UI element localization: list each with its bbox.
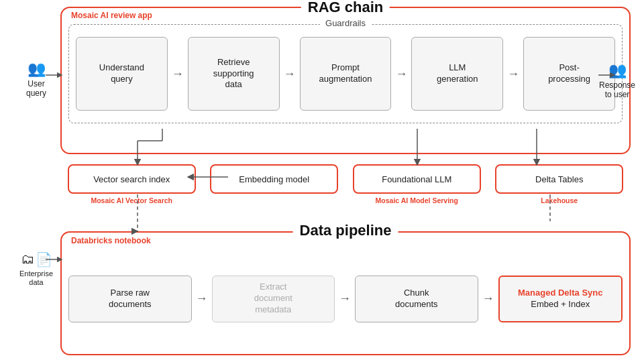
foundational-llm-box: Foundational LLM bbox=[353, 164, 481, 194]
pipeline-arrow-2: → bbox=[339, 292, 351, 306]
managed-delta-sub: Embed + Index bbox=[531, 299, 590, 309]
bottom-components-row: Vector search index Mosaic AI Vector Sea… bbox=[60, 164, 631, 204]
user-icon: 👥 bbox=[28, 60, 46, 78]
delta-tables-item: Delta Tables Lakehouse bbox=[488, 164, 631, 204]
response-user: 👥 Responseto user bbox=[593, 62, 641, 100]
main-diagram: 👥 Userquery RAG chain Mosaic AI review a… bbox=[0, 0, 644, 362]
user-query-label: Userquery bbox=[26, 79, 46, 99]
enterprise-label: Enterprisedata bbox=[19, 269, 53, 287]
data-pipeline-section: 🗂 📄 Enterprisedata Data pipeline Databri… bbox=[13, 231, 631, 355]
enterprise-icons: 🗂 📄 bbox=[21, 251, 52, 267]
mosaic-ai-review-label: Mosaic AI review app bbox=[71, 11, 152, 20]
parse-raw-box: Parse rawdocuments bbox=[68, 276, 192, 322]
foundational-llm-sublabel: Mosaic AI Model Serving bbox=[376, 196, 458, 204]
managed-delta-main: Managed Delta SyncEmbed + Index bbox=[518, 288, 602, 310]
arrow-2: → bbox=[284, 67, 296, 81]
retrieve-data-box: Retrievesupportingdata bbox=[188, 37, 280, 111]
databricks-label: Databricks notebook bbox=[71, 236, 151, 245]
user-query: 👥 Userquery bbox=[13, 60, 59, 99]
understand-query-box: Understandquery bbox=[76, 37, 168, 111]
chain-steps: Understandquery → Retrievesupportingdata… bbox=[76, 37, 615, 111]
arrow-3: → bbox=[395, 67, 407, 81]
guardrails-box: Guardrails Understandquery → Retrievesup… bbox=[68, 24, 623, 123]
data-pipeline-title: Data pipeline bbox=[293, 222, 398, 239]
vector-search-box: Vector search index bbox=[68, 164, 196, 194]
enterprise-data: 🗂 📄 Enterprisedata bbox=[13, 251, 59, 287]
table-icon: 🗂 bbox=[21, 251, 34, 267]
pipeline-steps: Parse rawdocuments → Extractdocumentmeta… bbox=[68, 250, 623, 347]
embedding-model-box: Embedding model bbox=[210, 164, 338, 194]
delta-tables-sublabel: Lakehouse bbox=[541, 196, 578, 204]
arrow-1: → bbox=[172, 67, 184, 81]
llm-gen-box: LLMgeneration bbox=[411, 37, 503, 111]
response-icon: 👥 bbox=[608, 62, 627, 79]
vector-search-sublabel: Mosaic AI Vector Search bbox=[91, 196, 172, 204]
data-pipeline-box: Data pipeline Databricks notebook Parse … bbox=[60, 231, 631, 355]
vector-search-item: Vector search index Mosaic AI Vector Sea… bbox=[60, 164, 203, 204]
chunk-docs-box: Chunkdocuments bbox=[355, 276, 478, 322]
guardrails-label: Guardrails bbox=[320, 18, 371, 28]
arrow-4: → bbox=[507, 67, 519, 81]
delta-tables-box: Delta Tables bbox=[495, 164, 623, 194]
response-label: Responseto user bbox=[599, 80, 635, 100]
top-section: 👥 Userquery RAG chain Mosaic AI review a… bbox=[13, 7, 631, 204]
extract-meta-box: Extractdocumentmetadata bbox=[212, 276, 335, 322]
rag-chain-title: RAG chain bbox=[301, 0, 390, 16]
doc-icon: 📄 bbox=[36, 251, 52, 267]
managed-delta-box: Managed Delta SyncEmbed + Index bbox=[498, 276, 623, 322]
prompt-aug-box: Promptaugmentation bbox=[300, 37, 392, 111]
pipeline-arrow-1: → bbox=[196, 292, 208, 306]
rag-chain-box: RAG chain Mosaic AI review app Guardrail… bbox=[60, 7, 631, 154]
foundational-llm-item: Foundational LLM Mosaic AI Model Serving bbox=[345, 164, 488, 204]
pipeline-arrow-3: → bbox=[482, 292, 494, 306]
embedding-model-item: Embedding model bbox=[203, 164, 346, 196]
